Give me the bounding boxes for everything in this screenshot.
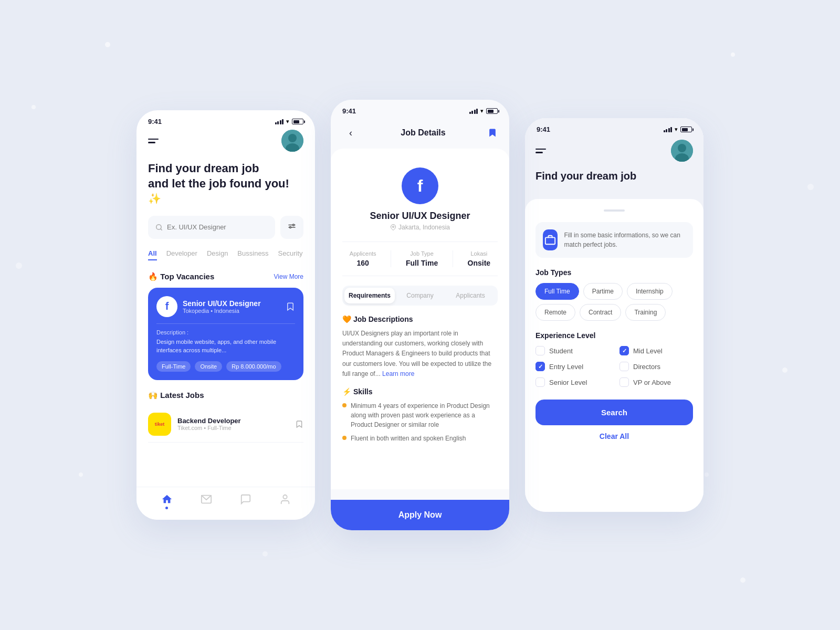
status-bar-2: 9:41 ▾ (331, 100, 509, 119)
bookmark-job-icon[interactable] (295, 420, 303, 428)
mail-nav-icon (201, 494, 212, 505)
svg-point-1 (288, 134, 297, 142)
company-logo-big: f (402, 167, 438, 204)
battery-icon-3 (680, 127, 692, 132)
svg-point-8 (290, 226, 291, 228)
status-time-1: 9:41 (148, 118, 162, 125)
tab-company[interactable]: Company (395, 288, 445, 303)
checkbox-directors[interactable] (620, 362, 629, 371)
tab-applicants[interactable]: Applicants (445, 288, 496, 303)
apply-now-button[interactable]: Apply Now (331, 500, 509, 530)
vc-tags: Full-Time Onsite Rp 8.000.000/mo (156, 361, 295, 372)
learn-more-link[interactable]: Learn more (382, 370, 414, 377)
checkbox-entry[interactable] (536, 362, 545, 371)
checkbox-student[interactable] (536, 346, 545, 355)
desc-text: UI/UX Designers play an important role i… (342, 329, 498, 379)
briefcase-icon (544, 234, 556, 246)
jt-partime[interactable]: Partime (583, 283, 623, 300)
cat-tab-security[interactable]: Security (278, 249, 303, 260)
vacancy-card[interactable]: f Senior UI/UX Designer Tokopedia • Indo… (148, 288, 303, 380)
phone-job-details: 9:41 ▾ ‹ Job Details f Senior UI/UX Des (331, 100, 509, 530)
cat-tab-business[interactable]: Bussiness (237, 249, 268, 260)
bottom-nav (136, 487, 315, 520)
stats-row: Applicents 160 Job Type Full Time Lokasi… (342, 242, 498, 276)
svg-point-10 (283, 495, 287, 499)
detail-content: f Senior UI/UX Designer Jakarta, Indones… (331, 149, 509, 489)
svg-point-13 (678, 144, 686, 152)
job-types-heading: Job Types (536, 268, 693, 277)
detail-header: ‹ Job Details (331, 119, 509, 149)
view-more-button[interactable]: View More (274, 273, 303, 280)
svg-point-6 (293, 224, 295, 226)
checkbox-mid[interactable] (620, 346, 629, 355)
menu-icon[interactable] (148, 139, 159, 143)
nav-mail[interactable] (201, 494, 212, 509)
home-header (148, 130, 303, 152)
tab-requirements[interactable]: Requirements (344, 288, 395, 303)
cat-tab-design[interactable]: Design (207, 249, 228, 260)
exp-senior-label: Senior Level (549, 379, 587, 386)
jt-full-time[interactable]: Full Time (536, 283, 579, 300)
status-icons-3: ▾ (664, 126, 692, 133)
search-input-wrap[interactable] (148, 216, 275, 239)
jt-internship[interactable]: Internship (627, 283, 673, 300)
jt-remote[interactable]: Remote (536, 304, 575, 321)
filter-sheet: Fill in some basic informations, so we c… (525, 199, 704, 512)
nav-home[interactable] (161, 494, 173, 509)
checkbox-senior[interactable] (536, 377, 545, 387)
info-banner: Fill in some basic informations, so we c… (536, 222, 693, 258)
checkbox-vp[interactable] (620, 377, 629, 387)
skill-item-1: Minimum 4 years of experience in Product… (342, 401, 498, 429)
nav-chat[interactable] (240, 494, 251, 509)
jt-training[interactable]: Training (625, 304, 666, 321)
nav-profile[interactable] (279, 494, 291, 509)
sheet-handle (604, 209, 625, 212)
info-text: Fill in some basic informations, so we c… (564, 230, 686, 249)
avatar[interactable] (281, 130, 303, 152)
cat-tab-all[interactable]: All (148, 249, 157, 260)
filter-headline: Find your dream job (536, 170, 693, 182)
exp-grid: Student Mid Level Entry Level Directors (536, 346, 693, 387)
phone-filter: 9:41 ▾ (525, 118, 704, 512)
cat-tab-developer[interactable]: Developer (166, 249, 197, 260)
exp-heading: Experience Level (536, 331, 693, 340)
vc-title-wrap: Senior UI/UX Designer Tokopedia • Indone… (183, 299, 286, 314)
top-vacancies-title: 🔥 Top Vacancies (148, 272, 214, 281)
signal-icon-3 (664, 127, 673, 132)
bookmark-button[interactable] (487, 128, 498, 138)
menu-icon-3[interactable] (536, 149, 546, 153)
avatar-3[interactable] (671, 140, 693, 162)
chat-nav-icon (240, 494, 251, 505)
exp-student: Student (536, 346, 609, 355)
search-row (148, 216, 303, 239)
clear-all-button[interactable]: Clear All (536, 432, 693, 440)
back-button[interactable]: ‹ (342, 124, 359, 141)
exp-entry-label: Entry Level (549, 363, 583, 371)
exp-entry: Entry Level (536, 362, 609, 371)
exp-vp: VP or Above (620, 377, 693, 387)
bookmark-icon[interactable] (286, 302, 295, 311)
vc-company: Tokopedia • Indonesia (183, 308, 286, 314)
svg-rect-15 (545, 237, 555, 244)
status-icons-2: ▾ (469, 108, 498, 114)
filter-button[interactable] (280, 216, 303, 239)
status-icons-1: ▾ (275, 118, 304, 125)
job-meta: Tiket.com • Full-Time (177, 425, 289, 431)
stat-divider-1 (391, 250, 391, 267)
filter-top: Find your dream job (525, 138, 704, 199)
wifi-icon-2: ▾ (480, 108, 484, 114)
skill-item-2: Fluent in both written and spoken Englis… (342, 434, 498, 443)
skills-heading: ⚡ Skills (342, 387, 498, 396)
job-type-grid: Full Time Partime Internship Remote Cont… (536, 283, 693, 321)
jt-contract[interactable]: Contract (580, 304, 621, 321)
vc-tag-1: Onsite (195, 361, 222, 372)
skill-dot-2 (342, 436, 346, 440)
filter-bg: 9:41 ▾ (525, 118, 704, 512)
search-button[interactable]: Search (536, 400, 693, 425)
location-icon (390, 224, 396, 230)
search-input[interactable] (167, 223, 268, 231)
status-bar-1: 9:41 ▾ (136, 110, 315, 130)
signal-icon-1 (275, 119, 284, 124)
job-item[interactable]: tiket Backend Developer Tiket.com • Full… (148, 406, 303, 443)
category-tabs: All Developer Design Bussiness Security (148, 249, 303, 260)
